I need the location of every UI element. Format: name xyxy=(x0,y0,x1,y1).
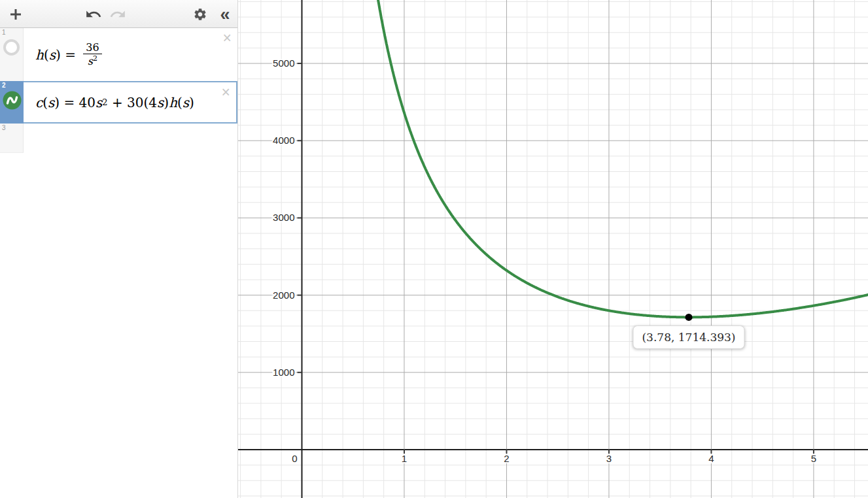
expression-gutter-2: 2 xyxy=(0,81,24,124)
collapse-panel-button[interactable]: « xyxy=(216,6,234,23)
y-tick-label: 3000 xyxy=(273,212,294,223)
expression-math-1: h(s) = 36s2 xyxy=(24,28,237,81)
expression-row-3: 3 xyxy=(0,124,237,153)
graph-paper[interactable]: 01234510002000300040005000 (3.78, 1714.3… xyxy=(238,0,868,498)
expression-gutter-1: 1 xyxy=(0,28,24,81)
x-tick-label: 2 xyxy=(504,453,509,464)
redo-icon xyxy=(109,6,126,23)
expression-math-2: c(s) = 40s2 + 30(4s)h(s) xyxy=(24,82,236,122)
undo-icon xyxy=(85,6,102,23)
close-icon[interactable]: × xyxy=(222,85,230,100)
y-tick-label: 2000 xyxy=(273,290,294,301)
y-tick-label: 5000 xyxy=(273,58,294,69)
expression-toolbar: « xyxy=(0,0,237,28)
visible-expression-icon[interactable] xyxy=(3,91,22,110)
expression-index: 2 xyxy=(2,82,6,89)
expression-input-2[interactable]: c(s) = 40s2 + 30(4s)h(s) × xyxy=(24,81,237,124)
add-expression-button[interactable] xyxy=(7,6,25,23)
graph-settings-button[interactable] xyxy=(191,6,209,23)
hidden-expression-icon[interactable] xyxy=(3,39,20,56)
curve-point[interactable] xyxy=(685,314,692,321)
y-tick-label: 4000 xyxy=(273,135,294,146)
app-window: « 1 h(s) = 36s2 × 2 xyxy=(0,0,868,498)
redo-button[interactable] xyxy=(109,6,127,23)
x-tick-label: 0 xyxy=(292,453,297,464)
x-tick-label: 4 xyxy=(708,453,714,464)
gear-icon xyxy=(193,7,207,22)
x-tick-label: 5 xyxy=(811,453,816,464)
graph-canvas[interactable]: 01234510002000300040005000 xyxy=(238,0,868,498)
expression-index: 3 xyxy=(2,124,6,131)
plus-icon xyxy=(8,7,24,22)
function-curve xyxy=(317,0,868,317)
y-tick-label: 1000 xyxy=(273,367,294,378)
expression-row-1: 1 h(s) = 36s2 × xyxy=(0,28,237,81)
x-tick-label: 3 xyxy=(606,453,612,464)
expression-list-panel: « 1 h(s) = 36s2 × 2 xyxy=(0,0,238,498)
expression-index: 1 xyxy=(2,29,6,36)
point-label: (3.78, 1714.393) xyxy=(633,325,744,349)
x-tick-label: 1 xyxy=(402,453,407,464)
close-icon[interactable]: × xyxy=(223,31,232,46)
expression-input-3[interactable] xyxy=(24,124,237,153)
undo-button[interactable] xyxy=(84,6,103,23)
expression-input-1[interactable]: h(s) = 36s2 × xyxy=(24,28,237,81)
expression-gutter-3: 3 xyxy=(0,124,24,153)
chevron-double-left-icon: « xyxy=(220,7,230,22)
expression-row-2: 2 c(s) = 40s2 + 30(4s)h(s) × xyxy=(0,81,237,124)
